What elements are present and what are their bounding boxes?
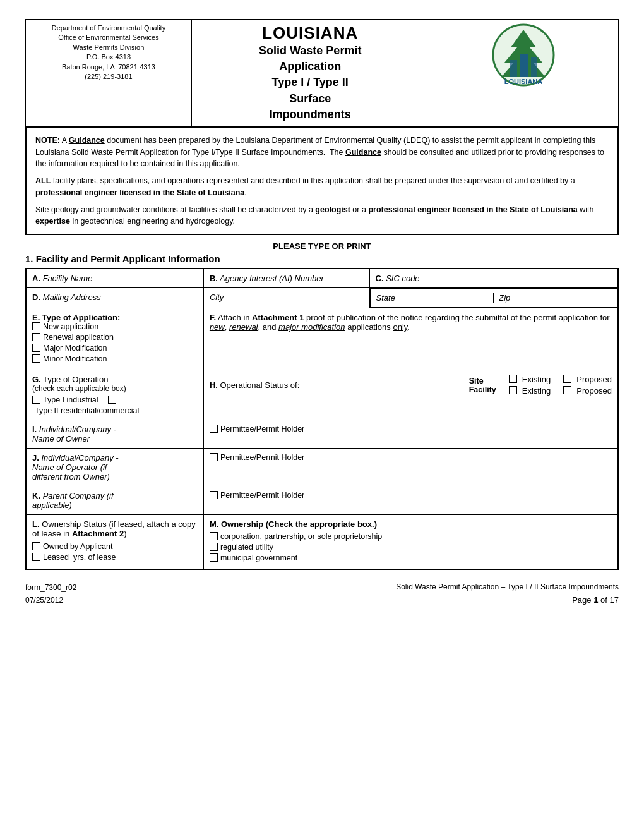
m-title: M. Ownership (Check the appropriate box.… — [210, 519, 612, 529]
table-row-gh: G. Type of Operation (check each applica… — [26, 370, 618, 420]
e-title: E. Type of Application: — [32, 313, 198, 322]
header-center: LOUISIANA Solid Waste Permit Application… — [191, 20, 429, 127]
note3: Site geology and groundwater conditions … — [35, 204, 609, 228]
type2-label: Type II residential/commercial — [35, 406, 198, 415]
footer: form_7300_r02 07/25/2012 Solid Waste Per… — [25, 583, 619, 605]
attachment1-bold: Attachment 1 — [252, 313, 304, 322]
cell-d-state-zip: State Zip — [370, 288, 617, 308]
notes-section: NOTE: A Guidance document has been prepa… — [25, 127, 619, 235]
guidance2: Guidance — [345, 148, 381, 157]
cell-k-label: K. Parent Company (ifapplicable) — [26, 486, 203, 515]
table-row-k: K. Parent Company (ifapplicable) Permitt… — [26, 486, 618, 515]
note-pe: professional engineer licensed in the St… — [368, 205, 577, 214]
cb-owned: Owned by Applicant — [32, 542, 198, 551]
cell-g: G. Type of Operation (check each applica… — [26, 370, 203, 420]
cell-e: E. Type of Application: New application … — [26, 308, 203, 370]
f-label: F. — [210, 313, 216, 322]
dept-name: Department of Environmental Quality Offi… — [32, 23, 185, 82]
checkbox-utility[interactable] — [210, 543, 218, 551]
checkbox-facility-proposed[interactable] — [563, 386, 571, 394]
deq-logo: LOUISIANA — [486, 23, 561, 87]
checkbox-site-existing[interactable] — [509, 375, 517, 383]
note1: NOTE: A Guidance document has been prepa… — [35, 135, 609, 170]
type1-label: Type I industrial — [43, 396, 98, 404]
checkbox-new[interactable] — [32, 322, 40, 330]
title-louisiana: LOUISIANA — [198, 23, 422, 43]
checkbox-major[interactable] — [32, 344, 40, 352]
svg-rect-2 — [510, 60, 517, 77]
f-major-mod: major modification — [278, 322, 345, 332]
checkbox-k-permittee[interactable] — [210, 491, 218, 499]
please-type-label: PLEASE TYPE OR PRINT — [25, 241, 619, 251]
note-label: NOTE: — [35, 136, 60, 145]
cb-new-application: New application — [32, 322, 198, 331]
table-row-lm: L. Ownership Status (if leased, attach a… — [26, 515, 618, 570]
cb-renewal: Renewal application — [32, 333, 198, 342]
g-title: G. Type of Operation — [32, 375, 198, 384]
cell-i-permittee: Permittee/Permit Holder — [203, 420, 618, 449]
title-subtitle: Solid Waste Permit Application Type I / … — [198, 43, 422, 123]
checkbox-municipal[interactable] — [210, 553, 218, 562]
h-label: H. Operational Status of: — [210, 380, 299, 390]
h-status: SiteFacility Existing Existing — [469, 375, 612, 396]
header-right: LOUISIANA — [429, 20, 619, 127]
h-container: H. Operational Status of: SiteFacility E… — [210, 375, 612, 396]
checkbox-i-permittee[interactable] — [210, 425, 218, 433]
cell-b-label: B. Agency Interest (AI) Number — [203, 269, 369, 288]
g-sub: (check each applicable box) — [32, 384, 198, 393]
table-row-ef: E. Type of Application: New application … — [26, 308, 618, 370]
site-status: Existing Existing — [509, 375, 551, 396]
f-only: only — [393, 322, 407, 332]
note2: ALL facility plans, specifications, and … — [35, 175, 609, 199]
footer-left: form_7300_r02 07/25/2012 — [25, 583, 76, 605]
cell-k-permittee: Permittee/Permit Holder — [203, 486, 618, 515]
zip-label: Zip — [494, 293, 611, 303]
cell-l-label: L. Ownership Status (if leased, attach a… — [26, 515, 203, 570]
checkbox-type1[interactable] — [32, 396, 40, 404]
header-table: Department of Environmental Quality Offi… — [25, 19, 619, 127]
checkbox-renewal[interactable] — [32, 333, 40, 341]
table-row-i: I. Individual/Company -Name of Owner Per… — [26, 420, 618, 449]
cb-utility: regulated utility — [210, 543, 612, 552]
checkbox-facility-existing[interactable] — [509, 386, 517, 394]
cell-j-label: J. Individual/Company -Name of Operator … — [26, 449, 203, 486]
table-row-d: D. Mailing Address City State Zip — [26, 288, 618, 308]
header-left: Department of Environmental Quality Offi… — [26, 20, 192, 127]
note-eng: professional engineer licensed in the St… — [35, 188, 244, 197]
form-table: A. Facility Name B. Agency Interest (AI)… — [25, 268, 619, 570]
page-number: Page 1 of 17 — [396, 595, 619, 605]
cb-leased: Leased yrs. of lease — [32, 553, 198, 562]
facility-status: Proposed Proposed — [563, 375, 612, 396]
cell-i-label: I. Individual/Company -Name of Owner — [26, 420, 203, 449]
checkbox-owned[interactable] — [32, 542, 40, 550]
svg-text:LOUISIANA: LOUISIANA — [504, 78, 543, 85]
cb-type1: Type I industrial — [32, 396, 198, 404]
attachment2-bold: Attachment 2 — [72, 529, 124, 538]
cb-municipal: municipal government — [210, 553, 612, 562]
cb-major-mod: Major Modification — [32, 344, 198, 353]
cell-h: H. Operational Status of: SiteFacility E… — [203, 370, 618, 420]
checkbox-minor[interactable] — [32, 354, 40, 363]
checkbox-j-permittee[interactable] — [210, 453, 218, 461]
checkbox-site-proposed[interactable] — [563, 375, 571, 383]
checkbox-type2-inline[interactable] — [108, 396, 116, 404]
cell-d-city: City — [203, 288, 369, 308]
svg-rect-3 — [520, 54, 528, 77]
form-date: 07/25/2012 — [25, 596, 76, 605]
svg-rect-4 — [531, 57, 537, 77]
doc-title: Solid Waste Permit Application – Type I … — [396, 583, 619, 591]
f-new: new — [210, 322, 225, 332]
page-num-bold: 1 — [593, 595, 598, 605]
site-label: SiteFacility — [469, 377, 496, 394]
table-row-abc: A. Facility Name B. Agency Interest (AI)… — [26, 269, 618, 288]
cb-corp: corporation, partnership, or sole propri… — [210, 532, 612, 541]
cb-minor-mod: Minor Modification — [32, 354, 198, 363]
note-expertise: expertise — [35, 217, 70, 226]
checkbox-leased[interactable] — [32, 553, 40, 561]
guidance1: Guidance — [69, 136, 105, 145]
cell-j-permittee: Permittee/Permit Holder — [203, 449, 618, 486]
cell-c-label: C. SIC code — [369, 269, 618, 288]
cell-d-label: D. Mailing Address — [26, 288, 203, 308]
checkbox-corp[interactable] — [210, 532, 218, 540]
footer-right: Solid Waste Permit Application – Type I … — [396, 583, 619, 605]
